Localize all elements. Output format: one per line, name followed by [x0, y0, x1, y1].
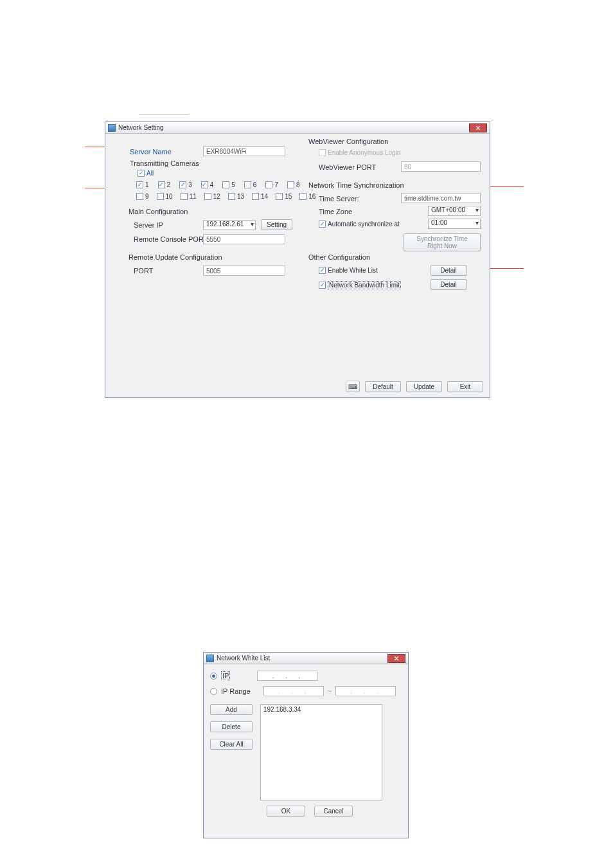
server-ip-dropdown[interactable]: 192.168.2.61 [203, 220, 256, 230]
other-config-label: Other Configuration [308, 253, 370, 261]
auto-sync-time-dropdown[interactable]: 01:00 [428, 219, 481, 229]
ru-port-label: PORT [134, 267, 153, 275]
app-icon [108, 124, 116, 132]
checkbox-cam-2[interactable]: 2 [158, 181, 171, 188]
transmitting-cameras-label: Transmitting Cameras [130, 159, 199, 167]
exit-button[interactable]: Exit [447, 381, 483, 392]
keyboard-icon[interactable]: ⌨ [346, 381, 360, 392]
checkbox-icon [138, 170, 145, 177]
dialog-title: Network Setting [118, 124, 164, 131]
auto-sync-checkbox[interactable]: Automatic synchronize at [319, 221, 400, 228]
ip-range-from-input[interactable] [263, 686, 324, 696]
ip-radio[interactable] [210, 673, 217, 680]
ok-button[interactable]: OK [267, 806, 305, 817]
time-zone-dropdown[interactable]: GMT+00:00 [428, 206, 481, 216]
enable-anonymous-checkbox[interactable]: Enable Anonymous Login [319, 149, 400, 156]
network-white-list-dialog: Network White List IP IP Range ~ Add [203, 652, 409, 838]
delete-button[interactable]: Delete [210, 721, 253, 732]
network-setting-dialog: Network Setting Server Name Transmitting… [105, 122, 490, 398]
checkbox-cam-3[interactable]: 3 [179, 181, 192, 188]
sync-now-button[interactable]: Synchronize Time Right Now [404, 233, 481, 251]
checkbox-cam-6[interactable]: 6 [244, 181, 257, 188]
main-config-label: Main Configuration [129, 208, 188, 215]
checkbox-cam-7[interactable]: 7 [265, 181, 278, 188]
checkbox-cam-16[interactable]: 16 [299, 193, 315, 200]
webviewer-port-input[interactable] [401, 161, 481, 172]
ip-range-to-input[interactable] [335, 686, 396, 696]
checkbox-cam-5[interactable]: 5 [222, 181, 235, 188]
checkbox-cam-1[interactable]: 1 [136, 181, 149, 188]
range-separator: ~ [328, 687, 332, 695]
checkbox-cam-12[interactable]: 12 [204, 193, 220, 200]
webviewer-port-label: WebViewer PORT [319, 163, 376, 171]
checkbox-cam-11[interactable]: 11 [181, 193, 197, 200]
nts-label: Network Time Synchronization [308, 181, 404, 189]
setting-button[interactable]: Setting [261, 219, 292, 230]
enable-white-list-checkbox[interactable]: Enable White List [319, 267, 378, 274]
ip-input[interactable] [257, 671, 317, 681]
ip-radio-label: IP [221, 671, 230, 680]
clear-all-button[interactable]: Clear All [210, 739, 253, 750]
checkbox-cam-9[interactable]: 9 [136, 193, 149, 200]
white-list-listbox[interactable]: 192.168.3.34 [260, 704, 382, 800]
time-server-input[interactable] [401, 193, 481, 203]
time-zone-label: Time Zone [319, 208, 352, 215]
ip-range-radio[interactable] [210, 688, 217, 695]
checkbox-cam-10[interactable]: 10 [157, 193, 173, 200]
checkbox-cam-14[interactable]: 14 [252, 193, 268, 200]
server-name-input[interactable] [203, 146, 285, 156]
checkbox-cam-15[interactable]: 15 [276, 193, 292, 200]
checkbox-all[interactable]: All [138, 170, 154, 177]
checkbox-cam-13[interactable]: 13 [228, 193, 244, 200]
server-ip-label: Server IP [134, 221, 163, 229]
network-bandwidth-checkbox[interactable]: Network Bandwidth Limit [319, 281, 401, 289]
checkbox-cam-8[interactable]: 8 [287, 181, 300, 188]
remote-console-port-input[interactable] [203, 234, 285, 244]
list-item[interactable]: 192.168.3.34 [263, 706, 379, 713]
cancel-button[interactable]: Cancel [314, 806, 353, 817]
remote-console-port-label: Remote Console PORT [134, 235, 208, 243]
checkbox-cam-4[interactable]: 4 [201, 181, 214, 188]
add-button[interactable]: Add [210, 704, 253, 715]
server-name-label: Server Name [130, 148, 172, 156]
webviewer-config-label: WebViewer Configuration [308, 138, 388, 145]
close-icon[interactable] [387, 654, 405, 663]
update-button[interactable]: Update [406, 381, 442, 392]
app-icon [206, 655, 214, 662]
close-icon[interactable] [469, 123, 487, 132]
time-server-label: Time Server: [319, 195, 359, 203]
default-button[interactable]: Default [365, 381, 401, 392]
remote-update-config-label: Remote Update Configuration [129, 253, 222, 261]
bandwidth-detail-button[interactable]: Detail [431, 279, 466, 290]
whitelist-detail-button[interactable]: Detail [431, 265, 466, 276]
dialog-title-2: Network White List [217, 655, 270, 662]
ru-port-input[interactable] [203, 266, 285, 276]
ip-range-label: IP Range [221, 687, 251, 695]
